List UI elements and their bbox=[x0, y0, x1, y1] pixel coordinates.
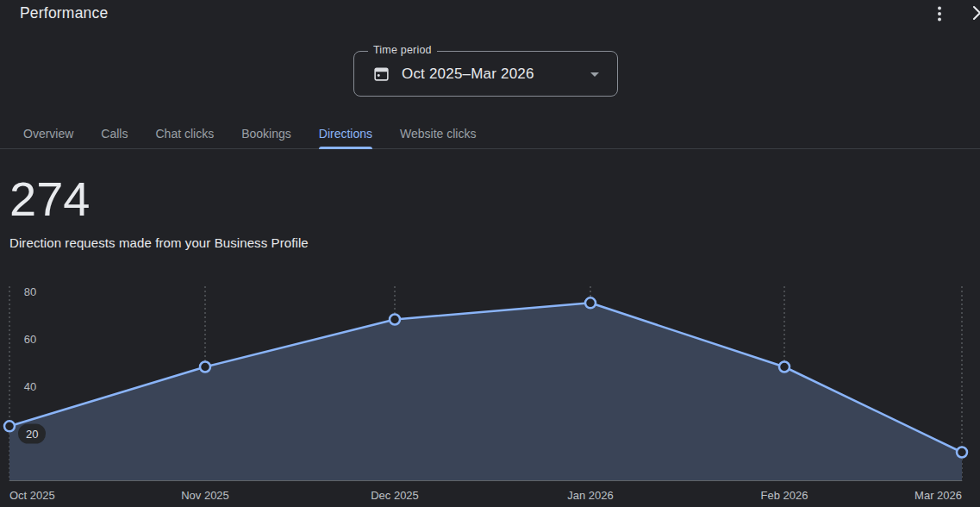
data-point[interactable] bbox=[585, 297, 596, 308]
tab-overview[interactable]: Overview bbox=[23, 118, 73, 148]
close-icon[interactable] bbox=[971, 3, 980, 22]
time-period-select[interactable]: Time period Oct 2025–Mar 2026 bbox=[353, 51, 618, 97]
header: Performance bbox=[0, 0, 980, 29]
y-tick-label-highlighted: 20 bbox=[18, 423, 46, 443]
directions-chart: 20406080Oct 2025Nov 2025Dec 2025Jan 2026… bbox=[0, 285, 980, 507]
area-fill bbox=[9, 303, 962, 480]
more-vert-icon[interactable] bbox=[931, 4, 948, 23]
metric-description: Direction requests made from your Busine… bbox=[9, 235, 309, 250]
data-point[interactable] bbox=[200, 362, 210, 372]
metric-value: 274 bbox=[9, 172, 90, 226]
tab-website-clicks[interactable]: Website clicks bbox=[400, 118, 476, 148]
data-point[interactable] bbox=[957, 448, 967, 458]
y-tick-label: 60 bbox=[17, 332, 43, 345]
x-tick-label: Nov 2025 bbox=[181, 489, 229, 502]
tab-label: Calls bbox=[101, 127, 128, 141]
active-tab-underline bbox=[319, 147, 372, 149]
x-tick-label: Mar 2026 bbox=[914, 489, 962, 502]
tab-chat-clicks[interactable]: Chat clicks bbox=[155, 118, 214, 148]
tab-directions[interactable]: Directions bbox=[319, 118, 372, 148]
time-period-value: Oct 2025–Mar 2026 bbox=[402, 66, 534, 83]
tab-label: Bookings bbox=[241, 127, 291, 141]
time-period-label: Time period bbox=[368, 44, 437, 56]
data-point[interactable] bbox=[779, 362, 790, 372]
y-tick-label: 40 bbox=[17, 379, 43, 392]
y-tick-label: 80 bbox=[17, 285, 43, 297]
tab-label: Overview bbox=[23, 127, 73, 141]
x-tick-label: Feb 2026 bbox=[761, 489, 808, 502]
tab-label: Chat clicks bbox=[155, 127, 214, 141]
data-point[interactable] bbox=[390, 315, 400, 325]
tab-label: Directions bbox=[319, 127, 372, 141]
tab-bookings[interactable]: Bookings bbox=[241, 118, 291, 148]
arrow-drop-down-icon bbox=[584, 64, 605, 84]
tab-calls[interactable]: Calls bbox=[101, 118, 128, 148]
calendar-icon bbox=[372, 65, 390, 83]
tab-bar: OverviewCallsChat clicksBookingsDirectio… bbox=[0, 118, 980, 149]
x-tick-label: Jan 2026 bbox=[567, 489, 614, 502]
tab-label: Website clicks bbox=[400, 127, 476, 141]
data-point[interactable] bbox=[4, 421, 15, 431]
chart-canvas bbox=[0, 285, 980, 483]
page-title: Performance bbox=[20, 4, 108, 22]
x-tick-label: Dec 2025 bbox=[371, 489, 419, 502]
x-tick-label: Oct 2025 bbox=[9, 489, 55, 502]
